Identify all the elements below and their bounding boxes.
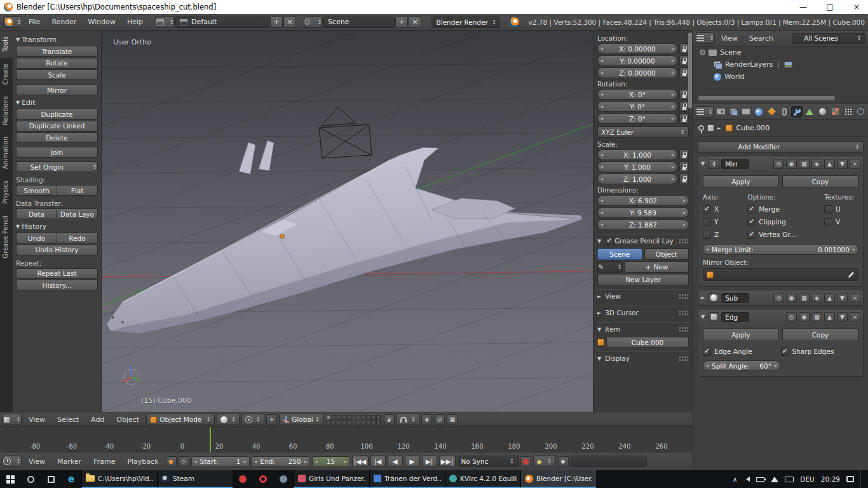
data-button[interactable]: Data [16,208,57,219]
tab-world-icon[interactable] [753,106,764,118]
modifier-name-field[interactable]: Edg [721,312,749,322]
outliner-search-menu[interactable]: Search [744,34,778,43]
clipping-checkbox[interactable]: Clipping [747,215,822,228]
expand-icon[interactable]: ► [701,295,705,301]
increment-arrow-icon[interactable]: ▸ [682,222,687,227]
lock-icon[interactable] [679,161,689,172]
menu-help[interactable]: Help [122,18,148,26]
increment-arrow-icon[interactable]: ▸ [670,164,675,170]
checkbox-icon[interactable] [824,205,832,214]
maximize-button[interactable]: □ [818,0,841,14]
timeline-view-menu[interactable]: View [24,458,50,466]
render-opengl-anim-icon[interactable]: ▦ [447,414,458,424]
cursor-panel-header[interactable]: ►3D Cursor [597,306,689,318]
render-visibility-icon[interactable]: ◎ [773,293,784,303]
render-engine-dropdown[interactable]: Blender Render↕ [431,17,500,28]
sidebar-tab-tools[interactable]: Tools [0,30,13,58]
timeline-marker-menu[interactable]: Marker [52,458,86,466]
manipulator-toggle-icon[interactable]: + [266,414,277,424]
apply-button[interactable]: Apply [703,329,779,341]
increment-arrow-icon[interactable]: ▸ [243,459,248,464]
repeat-last-button[interactable]: Repeat Last [16,268,98,279]
increment-arrow-icon[interactable]: ▸ [303,459,308,464]
location-x-field[interactable]: ◂X: 0.00000▸ [597,43,677,54]
jump-prev-keyframe-button[interactable]: |◀ [370,456,386,467]
mirror-button[interactable]: Mirror [16,85,98,95]
increment-arrow-icon[interactable]: ▸ [682,210,687,215]
viewport-visibility-icon[interactable]: ◉ [786,159,797,169]
increment-arrow-icon[interactable]: ▸ [670,176,675,182]
cage-toggle-icon[interactable]: ◈ [811,159,822,169]
undo-history-button[interactable]: Undo History [16,245,98,255]
move-up-button[interactable]: ▲ [824,159,835,169]
decrement-arrow-icon[interactable]: ◂ [599,198,604,203]
tab-modifiers-icon[interactable] [791,106,803,118]
duplicate-button[interactable]: Duplicate [16,109,98,119]
copy-button[interactable]: Copy [782,329,858,341]
network-icon[interactable] [771,477,778,482]
select-menu[interactable]: Select [52,416,84,424]
layers-widget[interactable] [327,415,351,424]
decrement-arrow-icon[interactable]: ◂ [314,459,319,464]
move-up-button[interactable]: ▲ [824,312,835,322]
decrement-arrow-icon[interactable]: ◂ [599,176,604,182]
copy-button[interactable]: Copy [782,175,858,188]
checkbox-icon[interactable] [703,231,711,239]
editmode-visibility-icon[interactable]: ▦ [799,293,810,303]
increment-arrow-icon[interactable]: ▸ [670,92,675,97]
preview-range-icon[interactable]: ● [166,456,177,466]
notification-center-icon[interactable] [846,476,854,482]
flat-button[interactable]: Flat [57,185,98,196]
move-down-button[interactable]: ▼ [837,159,848,169]
tab-object-data-icon[interactable] [804,106,815,118]
outliner-row-scene[interactable]: Scene [693,46,868,58]
delete-scene-button[interactable]: × [409,17,421,28]
taskbar-app-browser[interactable] [273,470,294,488]
increment-arrow-icon[interactable]: ▸ [670,116,675,121]
axis-z-checkbox[interactable]: Z [703,228,745,241]
panel-grip-icon[interactable] [679,327,689,332]
touch-keyboard-icon[interactable] [785,477,794,482]
render-visibility-icon[interactable]: ◎ [773,159,784,169]
taskbar-app-opera[interactable] [253,470,273,488]
scale-y-field[interactable]: ◂Y: 1.000▸ [597,161,677,172]
checkbox-icon[interactable] [747,218,756,226]
viewport-visibility-icon[interactable]: ◉ [799,312,810,322]
decrement-arrow-icon[interactable]: ◂ [193,459,198,464]
undo-button[interactable]: Undo [16,233,57,243]
insert-keyframe-icon[interactable]: ◆ [558,456,569,466]
frame-end-field[interactable]: ◂End:250▸ [252,456,310,467]
outliner-scrollbar[interactable] [698,96,835,100]
rotate-button[interactable]: Rotate [16,58,98,69]
checkbox-icon[interactable] [747,205,756,214]
increment-arrow-icon[interactable]: ▸ [682,198,687,203]
minimize-button[interactable]: — [792,0,815,14]
current-frame-playhead[interactable] [210,427,211,452]
tab-texture-icon[interactable] [829,106,841,118]
modifier-edgesplit-header[interactable]: ▼ Edg ◎ ◉ ▦ ▲ ▼ × [698,309,863,324]
tab-render-layers-icon[interactable] [728,106,739,118]
jump-next-keyframe-button[interactable]: ▶| [422,456,437,467]
data-layout-button[interactable]: Data Layo [57,208,98,219]
checkbox-icon[interactable] [703,218,711,226]
dimension-y-field[interactable]: ◂Y: 9.589▸ [597,207,689,218]
decrement-arrow-icon[interactable]: ◂ [599,70,604,76]
edge-angle-checkbox[interactable]: Edge Angle [703,345,781,358]
increment-arrow-icon[interactable]: ▸ [670,70,675,76]
tab-constraints-icon[interactable] [778,106,790,118]
viewport-shading-dropdown[interactable]: ↕ [217,414,240,425]
checkbox-icon[interactable] [781,348,789,356]
modifier-subsurf-header[interactable]: ► Sub ◎ ◉ ▦ ◈ ▲ ▼ × [698,290,863,305]
gp-new-layer-button[interactable]: New Layer [597,274,689,285]
sidebar-tab-create[interactable]: Create [0,58,13,90]
sidebar-tab-grease-pencil[interactable]: Grease Pencil [0,210,13,264]
add-scene-button[interactable]: + [395,17,408,28]
location-y-field[interactable]: ◂Y: 0.00000▸ [597,55,677,66]
sidebar-tab-physics[interactable]: Physics [0,175,13,210]
search-button[interactable] [20,470,41,488]
merge-limit-field[interactable]: ◂Merge Limit:0.001000▸ [703,244,858,255]
move-up-button[interactable]: ▲ [824,293,835,303]
outliner-row-world[interactable]: World [693,71,868,83]
tray-chevron-icon[interactable]: ∧ [733,475,738,483]
menu-render[interactable]: Render [46,18,81,26]
